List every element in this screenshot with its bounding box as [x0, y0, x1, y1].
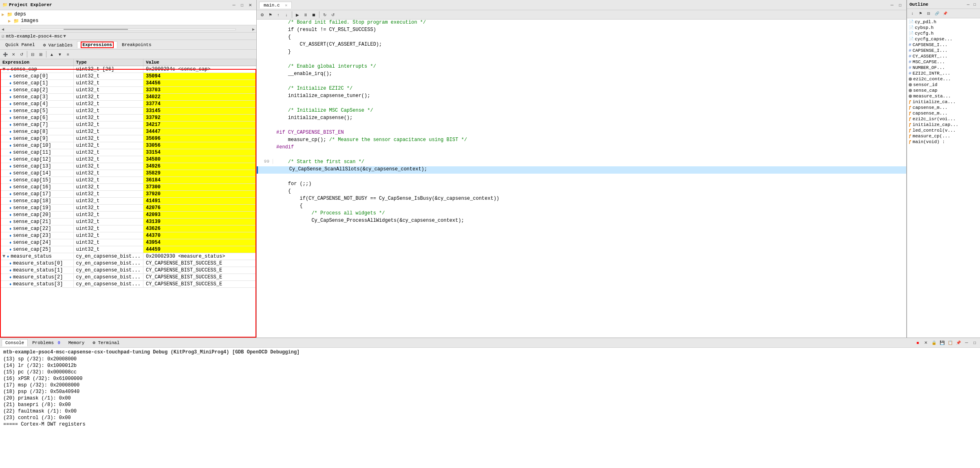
tree-item-deps[interactable]: ▶ 📁 deps: [2, 11, 255, 18]
outline-item[interactable]: measure_sta...: [907, 93, 980, 99]
editor-min-btn[interactable]: ─: [888, 1, 896, 9]
more-btn[interactable]: ≡: [64, 51, 72, 58]
editor-tool-3[interactable]: ↑: [275, 11, 282, 18]
editor-tool-9[interactable]: ↺: [329, 11, 337, 18]
table-row[interactable]: ⬧sense_cap[14]uint32_t35829: [0, 170, 256, 177]
maximize-btn[interactable]: □: [238, 1, 246, 9]
outline-item[interactable]: ƒmain(void) :: [907, 139, 980, 145]
tab-variables[interactable]: ⚙ Variables: [40, 41, 77, 49]
editor-tool-2[interactable]: ⚑: [266, 11, 274, 18]
refresh-btn[interactable]: ↺: [18, 51, 25, 58]
table-row[interactable]: ⬧sense_cap[12]uint32_t34580: [0, 156, 256, 163]
table-row[interactable]: ⬧sense_cap[15]uint32_t36184: [0, 177, 256, 184]
expand-btn[interactable]: ⊞: [37, 51, 44, 58]
file-tab-main-c[interactable]: main.c ✕: [259, 2, 292, 9]
outline-max-btn[interactable]: □: [972, 2, 978, 7]
tab-quick-panel[interactable]: Quick Panel: [2, 41, 39, 48]
table-row[interactable]: ⬧sense_cap[9]uint32_t35696: [0, 135, 256, 142]
table-row[interactable]: ⬧sense_cap[20]uint32_t42093: [0, 212, 256, 219]
outline-item[interactable]: 📄cycfg.h: [907, 31, 980, 36]
down-btn[interactable]: ▼: [56, 51, 64, 58]
outline-item[interactable]: ƒcapsense_m...: [907, 105, 980, 110]
console-clear-btn[interactable]: ✕: [922, 339, 929, 347]
console-tab-problems[interactable]: Problems 0: [29, 339, 64, 347]
console-tab-terminal[interactable]: ⚙ Terminal: [89, 339, 123, 347]
console-save-btn[interactable]: 💾: [938, 339, 946, 347]
outline-item[interactable]: #MSC_CAPSE...: [907, 59, 980, 65]
outline-item[interactable]: #EZI2C_INTR_...: [907, 71, 980, 76]
outline-item[interactable]: ƒinitialize_ca...: [907, 99, 980, 105]
up-btn[interactable]: ▲: [48, 51, 55, 58]
outline-sort-btn[interactable]: ↕: [909, 10, 916, 17]
table-row[interactable]: ⬧sense_cap[4]uint32_t33774: [0, 101, 256, 108]
outline-item[interactable]: 📄cycfg_capse...: [907, 36, 980, 42]
code-area[interactable]: /* Board init failed. Stop program execu…: [257, 20, 906, 338]
table-row[interactable]: ⬧sense_cap[7]uint32_t34217: [0, 121, 256, 128]
outline-item[interactable]: 📄cy_pdl.h: [907, 19, 980, 25]
outline-item[interactable]: ƒezi2c_isr(voi...: [907, 116, 980, 122]
table-row[interactable]: ⬧sense_cap[19]uint32_t42076: [0, 205, 256, 212]
table-row[interactable]: ⬧sense_cap[23]uint32_t44370: [0, 232, 256, 239]
console-min-btn[interactable]: ─: [963, 339, 970, 347]
table-row[interactable]: ⬧sense_cap[21]uint32_t43139: [0, 219, 256, 225]
outline-collapse-all-btn[interactable]: ⊟: [925, 10, 932, 17]
editor-tool-7[interactable]: ⏹: [310, 11, 317, 18]
table-row[interactable]: ⬧measure_status[2]cy_en_capsense_bist...…: [0, 274, 256, 281]
table-row[interactable]: ⬧sense_cap[13]uint32_t34926: [0, 163, 256, 170]
outline-min-btn[interactable]: ─: [965, 2, 971, 7]
minimize-btn[interactable]: ─: [230, 1, 238, 9]
tree-item-images[interactable]: ▶ 📁 images: [2, 18, 255, 24]
outline-item[interactable]: #CAPSENSE_I...: [907, 42, 980, 48]
outline-item[interactable]: #CAPSENSE_I...: [907, 48, 980, 53]
console-tab-console[interactable]: Console: [2, 339, 28, 347]
table-row[interactable]: ⬧sense_cap[17]uint32_t37920: [0, 191, 256, 198]
editor-tool-1[interactable]: ⚙: [258, 11, 266, 18]
outline-item[interactable]: #CY_ASSERT_...: [907, 53, 980, 59]
table-row[interactable]: ▼⬧sense_capuint32_t [26]0x2000294c <sens…: [0, 66, 256, 73]
table-row[interactable]: ⬧measure_status[3]cy_en_capsense_bist...…: [0, 281, 256, 288]
outline-item[interactable]: 📄cybsp.h: [907, 25, 980, 31]
add-expr-btn[interactable]: ➕: [2, 51, 9, 58]
editor-max-btn[interactable]: □: [896, 1, 904, 9]
remove-expr-btn[interactable]: ✕: [10, 51, 17, 58]
outline-item[interactable]: ƒled_control(v...: [907, 128, 980, 133]
outline-item[interactable]: ƒmeasure_cp(...: [907, 133, 980, 139]
close-btn[interactable]: ✕: [247, 1, 254, 9]
outline-item[interactable]: sense_cap: [907, 88, 980, 93]
outline-item[interactable]: #NUMBER_OF...: [907, 65, 980, 71]
outline-pin-btn[interactable]: 📌: [941, 10, 949, 17]
table-row[interactable]: ⬧sense_cap[2]uint32_t33703: [0, 87, 256, 94]
table-row[interactable]: ⬧sense_cap[0]uint32_t35094: [0, 73, 256, 80]
console-pin-btn[interactable]: 📌: [955, 339, 962, 347]
table-row[interactable]: ⬧sense_cap[24]uint32_t43954: [0, 239, 256, 246]
console-max-btn[interactable]: □: [971, 339, 978, 347]
table-row[interactable]: ⬧sense_cap[3]uint32_t34022: [0, 94, 256, 101]
outline-item[interactable]: ƒcapsense_m...: [907, 110, 980, 116]
table-row[interactable]: ⬧sense_cap[16]uint32_t37300: [0, 184, 256, 191]
table-row[interactable]: ⬧sense_cap[18]uint32_t41491: [0, 198, 256, 205]
outline-item[interactable]: ezi2c_conte...: [907, 76, 980, 82]
table-row[interactable]: ⬧sense_cap[22]uint32_t43626: [0, 225, 256, 232]
table-row[interactable]: ⬧sense_cap[25]uint32_t44459: [0, 246, 256, 253]
outline-filter-btn[interactable]: ⚑: [917, 10, 924, 17]
outline-item[interactable]: sensor_id: [907, 82, 980, 88]
editor-tool-4[interactable]: ↓: [283, 11, 290, 18]
table-row[interactable]: ⬧sense_cap[5]uint32_t33145: [0, 108, 256, 115]
tab-expressions[interactable]: Expressions: [77, 41, 117, 48]
table-row[interactable]: ⬧sense_cap[6]uint32_t33792: [0, 115, 256, 121]
table-row[interactable]: ⬧measure_status[0]cy_en_capsense_bist...…: [0, 260, 256, 267]
table-row[interactable]: ⬧sense_cap[1]uint32_t34456: [0, 80, 256, 87]
collapse-btn[interactable]: ⊟: [29, 51, 36, 58]
outline-link-btn[interactable]: 🔗: [933, 10, 940, 17]
console-copy-btn[interactable]: 📋: [947, 339, 954, 347]
table-row[interactable]: ⬧sense_cap[11]uint32_t33154: [0, 149, 256, 156]
file-tab-close[interactable]: ✕: [285, 3, 287, 8]
console-stop-btn[interactable]: ■: [914, 339, 921, 347]
editor-tool-8[interactable]: ↻: [321, 11, 328, 18]
tab-breakpoints[interactable]: Breakpoints: [118, 41, 155, 48]
console-tab-memory[interactable]: Memory: [65, 339, 88, 347]
editor-tool-6[interactable]: ⏸: [302, 11, 309, 18]
console-scroll-lock-btn[interactable]: 🔒: [930, 339, 938, 347]
table-row[interactable]: ⬧sense_cap[10]uint32_t33056: [0, 142, 256, 149]
table-row[interactable]: ⬧measure_status[1]cy_en_capsense_bist...…: [0, 267, 256, 274]
